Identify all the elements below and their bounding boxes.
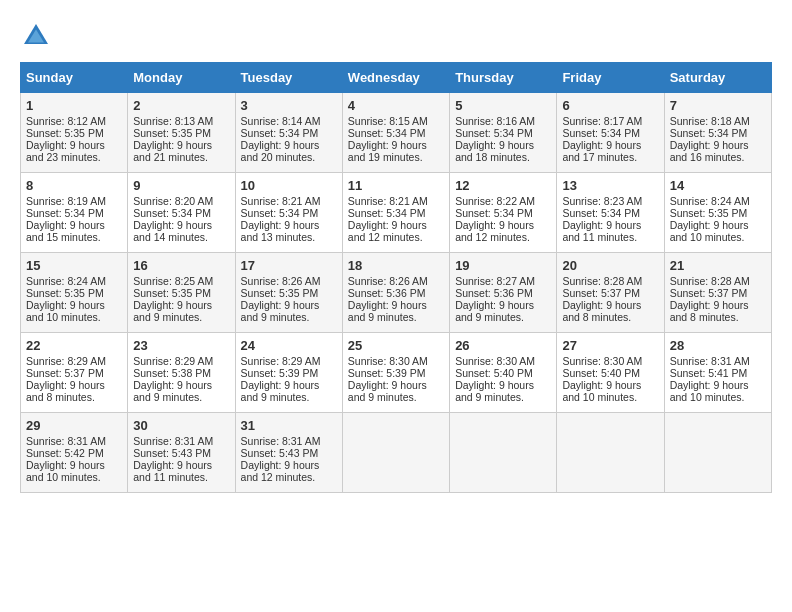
calendar-week-row: 8Sunrise: 8:19 AMSunset: 5:34 PMDaylight… xyxy=(21,173,772,253)
day-number: 17 xyxy=(241,258,337,273)
sunrise-text: Sunrise: 8:17 AM xyxy=(562,115,658,127)
day-number: 16 xyxy=(133,258,229,273)
calendar-week-row: 29Sunrise: 8:31 AMSunset: 5:42 PMDayligh… xyxy=(21,413,772,493)
calendar-cell: 2Sunrise: 8:13 AMSunset: 5:35 PMDaylight… xyxy=(128,93,235,173)
calendar-cell: 7Sunrise: 8:18 AMSunset: 5:34 PMDaylight… xyxy=(664,93,771,173)
header-friday: Friday xyxy=(557,63,664,93)
logo xyxy=(20,20,56,52)
sunrise-text: Sunrise: 8:19 AM xyxy=(26,195,122,207)
sunset-text: Sunset: 5:43 PM xyxy=(133,447,229,459)
sunrise-text: Sunrise: 8:26 AM xyxy=(241,275,337,287)
sunrise-text: Sunrise: 8:29 AM xyxy=(26,355,122,367)
sunrise-text: Sunrise: 8:29 AM xyxy=(241,355,337,367)
header-sunday: Sunday xyxy=(21,63,128,93)
calendar-cell: 13Sunrise: 8:23 AMSunset: 5:34 PMDayligh… xyxy=(557,173,664,253)
sunset-text: Sunset: 5:35 PM xyxy=(26,287,122,299)
header-saturday: Saturday xyxy=(664,63,771,93)
sunset-text: Sunset: 5:35 PM xyxy=(133,287,229,299)
sunset-text: Sunset: 5:34 PM xyxy=(348,127,444,139)
day-number: 3 xyxy=(241,98,337,113)
calendar-cell: 17Sunrise: 8:26 AMSunset: 5:35 PMDayligh… xyxy=(235,253,342,333)
daylight-text: Daylight: 9 hours and 15 minutes. xyxy=(26,219,122,243)
sunrise-text: Sunrise: 8:31 AM xyxy=(26,435,122,447)
sunrise-text: Sunrise: 8:25 AM xyxy=(133,275,229,287)
calendar-cell: 1Sunrise: 8:12 AMSunset: 5:35 PMDaylight… xyxy=(21,93,128,173)
daylight-text: Daylight: 9 hours and 23 minutes. xyxy=(26,139,122,163)
day-number: 24 xyxy=(241,338,337,353)
sunset-text: Sunset: 5:34 PM xyxy=(241,207,337,219)
daylight-text: Daylight: 9 hours and 10 minutes. xyxy=(670,379,766,403)
day-number: 27 xyxy=(562,338,658,353)
daylight-text: Daylight: 9 hours and 9 minutes. xyxy=(241,379,337,403)
sunset-text: Sunset: 5:35 PM xyxy=(26,127,122,139)
day-number: 18 xyxy=(348,258,444,273)
day-number: 26 xyxy=(455,338,551,353)
daylight-text: Daylight: 9 hours and 17 minutes. xyxy=(562,139,658,163)
sunset-text: Sunset: 5:34 PM xyxy=(455,127,551,139)
daylight-text: Daylight: 9 hours and 9 minutes. xyxy=(455,299,551,323)
sunset-text: Sunset: 5:34 PM xyxy=(348,207,444,219)
day-number: 12 xyxy=(455,178,551,193)
calendar-cell: 10Sunrise: 8:21 AMSunset: 5:34 PMDayligh… xyxy=(235,173,342,253)
sunrise-text: Sunrise: 8:24 AM xyxy=(26,275,122,287)
calendar-cell xyxy=(450,413,557,493)
sunset-text: Sunset: 5:37 PM xyxy=(562,287,658,299)
daylight-text: Daylight: 9 hours and 10 minutes. xyxy=(670,219,766,243)
calendar-cell: 3Sunrise: 8:14 AMSunset: 5:34 PMDaylight… xyxy=(235,93,342,173)
daylight-text: Daylight: 9 hours and 13 minutes. xyxy=(241,219,337,243)
sunrise-text: Sunrise: 8:30 AM xyxy=(562,355,658,367)
daylight-text: Daylight: 9 hours and 9 minutes. xyxy=(133,379,229,403)
daylight-text: Daylight: 9 hours and 10 minutes. xyxy=(562,379,658,403)
sunset-text: Sunset: 5:35 PM xyxy=(670,207,766,219)
calendar-cell: 23Sunrise: 8:29 AMSunset: 5:38 PMDayligh… xyxy=(128,333,235,413)
daylight-text: Daylight: 9 hours and 16 minutes. xyxy=(670,139,766,163)
calendar-cell: 30Sunrise: 8:31 AMSunset: 5:43 PMDayligh… xyxy=(128,413,235,493)
sunrise-text: Sunrise: 8:29 AM xyxy=(133,355,229,367)
calendar-cell: 9Sunrise: 8:20 AMSunset: 5:34 PMDaylight… xyxy=(128,173,235,253)
sunset-text: Sunset: 5:39 PM xyxy=(348,367,444,379)
sunset-text: Sunset: 5:36 PM xyxy=(455,287,551,299)
day-number: 15 xyxy=(26,258,122,273)
sunset-text: Sunset: 5:34 PM xyxy=(562,127,658,139)
day-number: 11 xyxy=(348,178,444,193)
header-thursday: Thursday xyxy=(450,63,557,93)
day-number: 10 xyxy=(241,178,337,193)
day-number: 1 xyxy=(26,98,122,113)
calendar-cell: 11Sunrise: 8:21 AMSunset: 5:34 PMDayligh… xyxy=(342,173,449,253)
calendar-cell: 19Sunrise: 8:27 AMSunset: 5:36 PMDayligh… xyxy=(450,253,557,333)
day-number: 21 xyxy=(670,258,766,273)
sunrise-text: Sunrise: 8:12 AM xyxy=(26,115,122,127)
sunset-text: Sunset: 5:36 PM xyxy=(348,287,444,299)
sunrise-text: Sunrise: 8:13 AM xyxy=(133,115,229,127)
daylight-text: Daylight: 9 hours and 21 minutes. xyxy=(133,139,229,163)
day-number: 29 xyxy=(26,418,122,433)
sunset-text: Sunset: 5:35 PM xyxy=(133,127,229,139)
calendar-week-row: 1Sunrise: 8:12 AMSunset: 5:35 PMDaylight… xyxy=(21,93,772,173)
calendar-header-row: SundayMondayTuesdayWednesdayThursdayFrid… xyxy=(21,63,772,93)
day-number: 23 xyxy=(133,338,229,353)
sunset-text: Sunset: 5:34 PM xyxy=(455,207,551,219)
daylight-text: Daylight: 9 hours and 11 minutes. xyxy=(562,219,658,243)
sunset-text: Sunset: 5:37 PM xyxy=(670,287,766,299)
sunset-text: Sunset: 5:34 PM xyxy=(133,207,229,219)
day-number: 2 xyxy=(133,98,229,113)
calendar-cell: 16Sunrise: 8:25 AMSunset: 5:35 PMDayligh… xyxy=(128,253,235,333)
sunset-text: Sunset: 5:39 PM xyxy=(241,367,337,379)
calendar-cell: 31Sunrise: 8:31 AMSunset: 5:43 PMDayligh… xyxy=(235,413,342,493)
calendar-cell: 18Sunrise: 8:26 AMSunset: 5:36 PMDayligh… xyxy=(342,253,449,333)
daylight-text: Daylight: 9 hours and 9 minutes. xyxy=(455,379,551,403)
sunrise-text: Sunrise: 8:28 AM xyxy=(670,275,766,287)
day-number: 7 xyxy=(670,98,766,113)
sunset-text: Sunset: 5:43 PM xyxy=(241,447,337,459)
day-number: 14 xyxy=(670,178,766,193)
daylight-text: Daylight: 9 hours and 10 minutes. xyxy=(26,299,122,323)
header-tuesday: Tuesday xyxy=(235,63,342,93)
calendar-cell: 26Sunrise: 8:30 AMSunset: 5:40 PMDayligh… xyxy=(450,333,557,413)
sunrise-text: Sunrise: 8:31 AM xyxy=(670,355,766,367)
daylight-text: Daylight: 9 hours and 9 minutes. xyxy=(241,299,337,323)
sunset-text: Sunset: 5:37 PM xyxy=(26,367,122,379)
sunrise-text: Sunrise: 8:15 AM xyxy=(348,115,444,127)
daylight-text: Daylight: 9 hours and 9 minutes. xyxy=(348,379,444,403)
daylight-text: Daylight: 9 hours and 11 minutes. xyxy=(133,459,229,483)
sunrise-text: Sunrise: 8:31 AM xyxy=(241,435,337,447)
